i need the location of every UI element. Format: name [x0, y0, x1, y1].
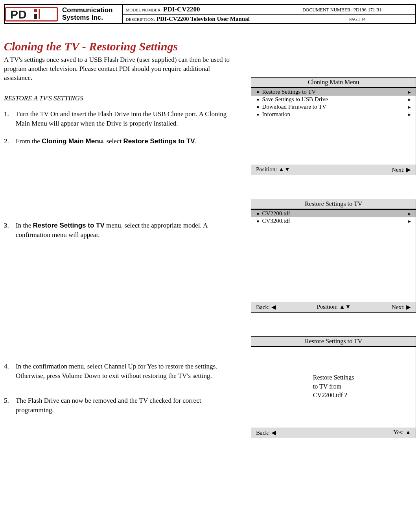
menu1-title: Cloning Main Menu	[251, 78, 416, 88]
chevron-right-icon: ►	[407, 105, 412, 109]
chevron-right-icon: ►	[407, 211, 412, 216]
menu2-item-cv3200[interactable]: ■CV3200.tdf►	[251, 217, 416, 225]
model-value: PDI-CV2200	[163, 6, 200, 13]
step-4: In the confirmation menu, select Channel…	[4, 362, 239, 381]
doc-label: DOCUMENT NUMBER:	[302, 7, 352, 13]
pdi-logo-icon: PD	[5, 6, 60, 22]
step-3: In the Restore Settings to TV menu, sele…	[4, 221, 239, 240]
menu2-back-hint: Back: ◀	[256, 304, 276, 311]
chevron-right-icon: ►	[407, 219, 412, 224]
menu1-item-download[interactable]: ■Download Firmware to TV►	[251, 103, 416, 111]
menu1-item-info[interactable]: ■Information►	[251, 111, 416, 118]
doc-value: PD196-171 R1	[353, 7, 381, 13]
chevron-right-icon: ►	[407, 90, 412, 94]
page-number: PAGE 14	[299, 15, 416, 24]
restore-confirm-menu: Restore Settings to TV Restore Settings …	[251, 336, 416, 438]
menu3-yes-hint: Yes: ▲	[393, 429, 411, 436]
restore-subheading: RESTORE A TV'S SETTINGS	[4, 94, 239, 102]
intro-paragraph: A TV's settings once saved to a USB Flas…	[4, 56, 239, 83]
menu1-next-hint: Next: ▶	[392, 166, 411, 173]
menu1-item-save[interactable]: ■Save Settings to USB Drive►	[251, 96, 416, 103]
step-1: Turn the TV On and insert the Flash Driv…	[4, 109, 239, 128]
svg-rect-3	[34, 14, 37, 19]
company-name: Communication Systems Inc.	[62, 7, 112, 21]
confirm-message: Restore Settings to TV from CV2200.tdf ?	[313, 373, 354, 400]
menu3-back-hint: Back: ◀	[256, 429, 276, 436]
menu1-item-restore[interactable]: ■Restore Settings to TV►	[251, 88, 416, 96]
desc-value: PDI-CV2200 Television User Manual	[157, 16, 250, 22]
svg-rect-2	[34, 9, 37, 12]
menu2-next-hint: Next: ▶	[392, 304, 411, 311]
menu2-title: Restore Settings to TV	[251, 199, 416, 210]
menu1-position-hint: Position: ▲▼	[256, 166, 290, 173]
svg-text:PD: PD	[10, 8, 27, 21]
menu3-title: Restore Settings to TV	[251, 337, 416, 347]
page-title: Cloning the TV - Restoring Settings	[4, 40, 239, 53]
step-5: The Flash Drive can now be removed and t…	[4, 396, 239, 415]
chevron-right-icon: ►	[407, 97, 412, 102]
chevron-right-icon: ►	[407, 112, 412, 117]
cloning-main-menu: Cloning Main Menu ■Restore Settings to T…	[251, 77, 416, 175]
step-2: From the Cloning Main Menu, select Resto…	[4, 137, 239, 146]
desc-label: DESCRIPTION:	[126, 17, 155, 22]
menu2-item-cv2200[interactable]: ■CV2200.tdf►	[251, 210, 416, 217]
document-header: PD Communication Systems Inc. MODEL NUMB…	[4, 4, 416, 24]
restore-settings-menu: Restore Settings to TV ■CV2200.tdf► ■CV3…	[251, 199, 416, 313]
menu2-position-hint: Position: ▲▼	[317, 304, 351, 311]
model-label: MODEL NUMBER:	[126, 7, 162, 12]
